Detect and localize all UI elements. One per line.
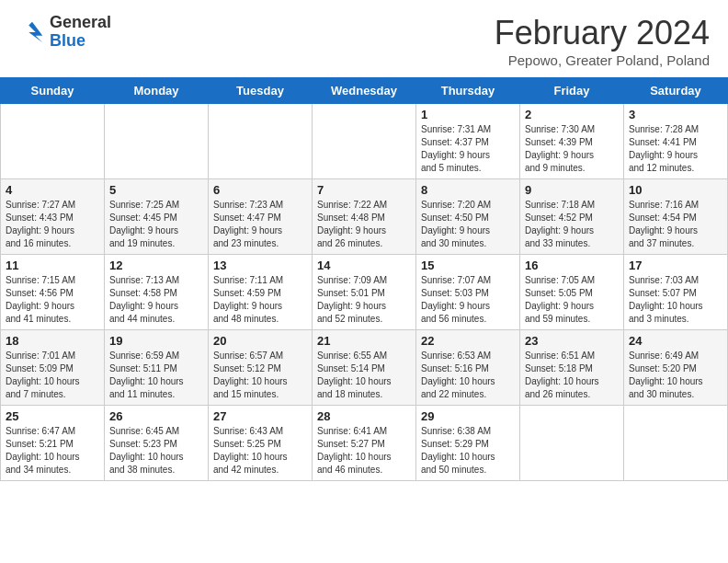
day-number: 17 [629, 259, 722, 272]
calendar-week-row: 11Sunrise: 7:15 AMSunset: 4:56 PMDayligh… [1, 255, 728, 330]
title-block: February 2024 Pepowo, Greater Poland, Po… [495, 14, 710, 68]
weekday-row: SundayMondayTuesdayWednesdayThursdayFrid… [1, 78, 728, 104]
calendar-cell: 10Sunrise: 7:16 AMSunset: 4:54 PMDayligh… [624, 179, 728, 255]
calendar-cell: 28Sunrise: 6:41 AMSunset: 5:27 PMDayligh… [313, 406, 416, 481]
calendar-cell: 9Sunrise: 7:18 AMSunset: 4:52 PMDaylight… [520, 179, 624, 255]
day-number: 2 [525, 108, 619, 121]
day-info: Sunrise: 7:22 AMSunset: 4:48 PMDaylight:… [317, 199, 411, 250]
day-number: 10 [629, 183, 722, 197]
calendar-cell: 1Sunrise: 7:31 AMSunset: 4:37 PMDaylight… [416, 104, 520, 179]
calendar-cell: 26Sunrise: 6:45 AMSunset: 5:23 PMDayligh… [105, 406, 209, 481]
day-number: 13 [213, 259, 307, 272]
day-number: 21 [317, 334, 411, 348]
day-info: Sunrise: 7:30 AMSunset: 4:39 PMDaylight:… [525, 123, 619, 175]
day-number: 1 [421, 108, 515, 121]
calendar-cell [313, 104, 416, 179]
day-info: Sunrise: 6:43 AMSunset: 5:25 PMDaylight:… [213, 425, 307, 477]
weekday-header: Monday [105, 78, 209, 104]
weekday-header: Tuesday [209, 78, 313, 104]
day-number: 27 [213, 409, 307, 423]
calendar-cell [520, 406, 624, 481]
day-info: Sunrise: 7:23 AMSunset: 4:47 PMDaylight:… [213, 199, 307, 250]
calendar-cell: 29Sunrise: 6:38 AMSunset: 5:29 PMDayligh… [416, 406, 520, 481]
calendar-cell: 22Sunrise: 6:53 AMSunset: 5:16 PMDayligh… [416, 330, 520, 406]
day-number: 4 [6, 183, 99, 197]
calendar-cell: 5Sunrise: 7:25 AMSunset: 4:45 PMDaylight… [105, 179, 209, 255]
calendar-cell: 20Sunrise: 6:57 AMSunset: 5:12 PMDayligh… [209, 330, 313, 406]
day-info: Sunrise: 6:51 AMSunset: 5:18 PMDaylight:… [525, 350, 619, 401]
calendar-cell: 16Sunrise: 7:05 AMSunset: 5:05 PMDayligh… [520, 255, 624, 330]
calendar-cell: 15Sunrise: 7:07 AMSunset: 5:03 PMDayligh… [416, 255, 520, 330]
weekday-header: Sunday [1, 78, 105, 104]
day-info: Sunrise: 7:07 AMSunset: 5:03 PMDaylight:… [421, 274, 515, 326]
calendar-cell: 27Sunrise: 6:43 AMSunset: 5:25 PMDayligh… [209, 406, 313, 481]
logo-icon [18, 18, 46, 46]
day-info: Sunrise: 7:31 AMSunset: 4:37 PMDaylight:… [421, 123, 515, 175]
day-number: 25 [6, 409, 99, 423]
day-number: 23 [525, 334, 619, 348]
calendar-cell: 25Sunrise: 6:47 AMSunset: 5:21 PMDayligh… [1, 406, 105, 481]
calendar-cell: 12Sunrise: 7:13 AMSunset: 4:58 PMDayligh… [105, 255, 209, 330]
day-info: Sunrise: 7:18 AMSunset: 4:52 PMDaylight:… [525, 199, 619, 250]
svg-marker-0 [28, 22, 42, 43]
day-info: Sunrise: 7:09 AMSunset: 5:01 PMDaylight:… [317, 274, 411, 326]
calendar-cell: 17Sunrise: 7:03 AMSunset: 5:07 PMDayligh… [624, 255, 728, 330]
day-info: Sunrise: 7:28 AMSunset: 4:41 PMDaylight:… [629, 123, 722, 175]
calendar-week-row: 4Sunrise: 7:27 AMSunset: 4:43 PMDaylight… [1, 179, 728, 255]
weekday-header: Friday [520, 78, 624, 104]
calendar-cell: 13Sunrise: 7:11 AMSunset: 4:59 PMDayligh… [209, 255, 313, 330]
calendar-week-row: 25Sunrise: 6:47 AMSunset: 5:21 PMDayligh… [1, 406, 728, 481]
day-number: 3 [629, 108, 722, 121]
calendar-week-row: 18Sunrise: 7:01 AMSunset: 5:09 PMDayligh… [1, 330, 728, 406]
day-number: 15 [421, 259, 515, 272]
day-info: Sunrise: 7:25 AMSunset: 4:45 PMDaylight:… [109, 199, 203, 250]
calendar-week-row: 1Sunrise: 7:31 AMSunset: 4:37 PMDaylight… [1, 104, 728, 179]
day-info: Sunrise: 7:03 AMSunset: 5:07 PMDaylight:… [629, 274, 722, 326]
logo: General Blue [18, 14, 111, 51]
logo-text: General Blue [50, 14, 111, 51]
calendar-cell: 7Sunrise: 7:22 AMSunset: 4:48 PMDaylight… [313, 179, 416, 255]
calendar-cell: 14Sunrise: 7:09 AMSunset: 5:01 PMDayligh… [313, 255, 416, 330]
day-number: 7 [317, 183, 411, 197]
day-number: 20 [213, 334, 307, 348]
calendar-cell: 18Sunrise: 7:01 AMSunset: 5:09 PMDayligh… [1, 330, 105, 406]
day-number: 14 [317, 259, 411, 272]
day-number: 26 [109, 409, 203, 423]
day-number: 28 [317, 409, 411, 423]
calendar-cell: 11Sunrise: 7:15 AMSunset: 4:56 PMDayligh… [1, 255, 105, 330]
day-number: 18 [6, 334, 99, 348]
main-title: February 2024 [495, 14, 710, 52]
day-number: 11 [6, 259, 99, 272]
calendar-cell: 6Sunrise: 7:23 AMSunset: 4:47 PMDaylight… [209, 179, 313, 255]
day-info: Sunrise: 7:27 AMSunset: 4:43 PMDaylight:… [6, 199, 99, 250]
calendar-body: 1Sunrise: 7:31 AMSunset: 4:37 PMDaylight… [1, 104, 728, 481]
day-number: 6 [213, 183, 307, 197]
day-number: 9 [525, 183, 619, 197]
calendar-cell [209, 104, 313, 179]
calendar-cell: 21Sunrise: 6:55 AMSunset: 5:14 PMDayligh… [313, 330, 416, 406]
calendar-header: SundayMondayTuesdayWednesdayThursdayFrid… [1, 78, 728, 104]
day-info: Sunrise: 6:45 AMSunset: 5:23 PMDaylight:… [109, 425, 203, 477]
calendar-cell: 4Sunrise: 7:27 AMSunset: 4:43 PMDaylight… [1, 179, 105, 255]
calendar-cell [1, 104, 105, 179]
weekday-header: Thursday [416, 78, 520, 104]
day-info: Sunrise: 7:16 AMSunset: 4:54 PMDaylight:… [629, 199, 722, 250]
day-number: 24 [629, 334, 722, 348]
day-info: Sunrise: 7:05 AMSunset: 5:05 PMDaylight:… [525, 274, 619, 326]
calendar-cell [105, 104, 209, 179]
day-number: 5 [109, 183, 203, 197]
logo-general: General [50, 14, 111, 32]
day-number: 29 [421, 409, 515, 423]
subtitle: Pepowo, Greater Poland, Poland [495, 52, 710, 68]
day-info: Sunrise: 6:49 AMSunset: 5:20 PMDaylight:… [629, 350, 722, 401]
day-info: Sunrise: 6:55 AMSunset: 5:14 PMDaylight:… [317, 350, 411, 401]
day-info: Sunrise: 6:59 AMSunset: 5:11 PMDaylight:… [109, 350, 203, 401]
day-info: Sunrise: 6:57 AMSunset: 5:12 PMDaylight:… [213, 350, 307, 401]
logo-blue: Blue [50, 32, 111, 51]
calendar-cell: 8Sunrise: 7:20 AMSunset: 4:50 PMDaylight… [416, 179, 520, 255]
day-number: 22 [421, 334, 515, 348]
header: General Blue February 2024 Pepowo, Great… [0, 0, 728, 73]
day-info: Sunrise: 7:20 AMSunset: 4:50 PMDaylight:… [421, 199, 515, 250]
day-info: Sunrise: 6:47 AMSunset: 5:21 PMDaylight:… [6, 425, 99, 477]
calendar: SundayMondayTuesdayWednesdayThursdayFrid… [0, 77, 728, 481]
